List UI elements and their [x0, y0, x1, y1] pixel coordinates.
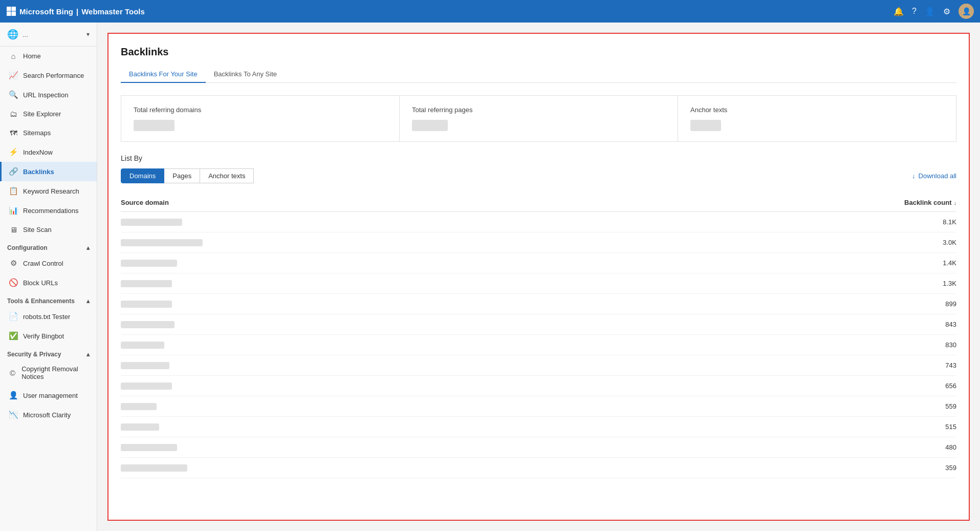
sidebar-item-keyword-research-label: Keyword Research [23, 187, 79, 195]
brand-text: Microsoft Bing [19, 7, 73, 16]
sidebar-item-recommendations[interactable]: 📊 Recommendations [0, 201, 97, 220]
avatar[interactable]: 👤 [959, 4, 974, 19]
sidebar-item-crawl-control[interactable]: ⚙ Crawl Control [0, 253, 97, 273]
row-count-cell: 515 [885, 423, 956, 431]
table-row: 1.4K [121, 253, 956, 273]
sidebar-item-block-urls-label: Block URLs [23, 279, 58, 287]
download-all-label: Download all [919, 172, 956, 180]
collapse-icon-tools[interactable]: ▴ [86, 298, 90, 305]
topbar: Microsoft Bing | Webmaster Tools 🔔 ? 👤 ⚙… [0, 0, 980, 23]
section-security: Security & Privacy ▴ [0, 346, 97, 360]
crawl-icon: ⚙ [9, 259, 18, 268]
stat-value-referring-pages [412, 120, 448, 131]
sidebar-item-block-urls[interactable]: 🚫 Block URLs [0, 273, 97, 292]
sidebar-item-microsoft-clarity[interactable]: 📉 Microsoft Clarity [0, 405, 97, 424]
row-domain-cell [121, 260, 885, 267]
account-icon[interactable]: 👤 [925, 7, 935, 16]
tab-for-site[interactable]: Backlinks For Your Site [121, 66, 206, 83]
list-by-label: List By [121, 154, 956, 162]
domain-placeholder [121, 321, 175, 328]
site-selector[interactable]: 🌐 ... ▾ [0, 23, 97, 47]
row-count-cell: 3.0K [885, 239, 956, 246]
row-count-cell: 480 [885, 443, 956, 451]
user-icon: 👤 [9, 391, 18, 400]
domain-placeholder [121, 280, 172, 287]
sidebar-item-url-inspection[interactable]: 🔍 URL Inspection [0, 85, 97, 104]
row-count-cell: 843 [885, 321, 956, 328]
sidebar-item-recommendations-label: Recommendations [23, 207, 78, 215]
trend-icon: 📈 [9, 71, 18, 80]
domain-placeholder [121, 219, 182, 226]
sidebar-item-backlinks-label: Backlinks [23, 168, 54, 176]
stat-label-anchor-texts: Anchor texts [690, 106, 944, 114]
domain-placeholder [121, 239, 203, 246]
sidebar-item-verify-bingbot[interactable]: ✅ Verify Bingbot [0, 326, 97, 346]
stats-row: Total referring domains Total referring … [121, 95, 956, 142]
sidebar-item-robots-tester[interactable]: 📄 robots.txt Tester [0, 307, 97, 326]
sidebar-item-site-explorer[interactable]: 🗂 Site Explorer [0, 104, 97, 123]
settings-icon[interactable]: ⚙ [943, 7, 950, 16]
domain-placeholder [121, 403, 157, 410]
lightning-icon: ⚡ [9, 147, 18, 157]
row-count-cell: 8.1K [885, 218, 956, 226]
list-btn-pages[interactable]: Pages [164, 168, 200, 183]
help-icon[interactable]: ? [912, 7, 917, 16]
sort-icon[interactable]: ↓ [954, 200, 957, 206]
table-row: 1.3K [121, 273, 956, 294]
sidebar-item-copyright-removal[interactable]: © Copyright Removal Notices [0, 360, 97, 386]
svg-rect-1 [12, 7, 16, 11]
sidebar-item-indexnow[interactable]: ⚡ IndexNow [0, 142, 97, 162]
row-count-cell: 656 [885, 382, 956, 390]
section-security-label: Security & Privacy [7, 351, 61, 358]
sidebar-item-search-performance-label: Search Performance [23, 72, 84, 79]
keyword-icon: 📋 [9, 186, 18, 196]
download-all-button[interactable]: ↓ Download all [912, 172, 956, 180]
row-count-cell: 1.4K [885, 259, 956, 267]
stat-value-anchor-texts [690, 120, 721, 131]
row-domain-cell [121, 383, 885, 390]
sidebar-item-home[interactable]: ⌂ Home [0, 47, 97, 66]
sidebar-item-site-scan-label: Site Scan [23, 226, 52, 233]
brand-logo: Microsoft Bing | Webmaster Tools [6, 6, 145, 16]
robots-icon: 📄 [9, 312, 18, 321]
bell-icon[interactable]: 🔔 [894, 7, 904, 16]
sidebar-item-microsoft-clarity-label: Microsoft Clarity [23, 411, 71, 419]
stat-card-referring-pages: Total referring pages [400, 96, 678, 141]
map-icon: 🗺 [9, 129, 18, 137]
table-row: 359 [121, 458, 956, 478]
domain-placeholder [121, 383, 172, 390]
list-btn-anchor-texts[interactable]: Anchor texts [200, 168, 254, 183]
sidebar-item-backlinks[interactable]: 🔗 Backlinks [0, 162, 97, 181]
section-configuration: Configuration ▴ [0, 239, 97, 253]
sidebar-item-user-management[interactable]: 👤 User management [0, 386, 97, 405]
list-btn-domains[interactable]: Domains [121, 168, 164, 183]
sidebar-item-search-performance[interactable]: 📈 Search Performance [0, 66, 97, 85]
collapse-icon-security[interactable]: ▴ [86, 351, 90, 358]
section-tools: Tools & Enhancements ▴ [0, 292, 97, 307]
sidebar-item-keyword-research[interactable]: 📋 Keyword Research [0, 181, 97, 201]
sidebar-item-sitemaps[interactable]: 🗺 Sitemaps [0, 123, 97, 142]
sidebar-item-indexnow-label: IndexNow [23, 148, 53, 156]
topbar-separator: | [76, 7, 78, 16]
table-row: 743 [121, 355, 956, 376]
stat-value-referring-domains [134, 120, 175, 131]
tab-to-any-site[interactable]: Backlinks To Any Site [206, 66, 285, 83]
stat-label-referring-domains: Total referring domains [134, 106, 387, 114]
row-domain-cell [121, 239, 885, 246]
sidebar-item-site-scan[interactable]: 🖥 Site Scan [0, 220, 97, 239]
table-row: 843 [121, 314, 956, 335]
collapse-icon-configuration[interactable]: ▴ [86, 244, 90, 251]
scan-icon: 🖥 [9, 225, 18, 234]
download-icon: ↓ [912, 172, 916, 180]
row-count-cell: 830 [885, 341, 956, 349]
verify-icon: ✅ [9, 331, 18, 341]
content-area: Backlinks Backlinks For Your Site Backli… [97, 23, 980, 531]
row-domain-cell [121, 280, 885, 287]
domain-placeholder [121, 423, 159, 431]
row-domain-cell [121, 423, 885, 431]
table-body: 8.1K3.0K1.4K1.3K899843830743656559515480… [121, 212, 956, 478]
sidebar-item-robots-tester-label: robots.txt Tester [23, 313, 70, 321]
clarity-icon: 📉 [9, 410, 18, 419]
sidebar-item-user-management-label: User management [23, 392, 78, 399]
recommendations-icon: 📊 [9, 206, 18, 215]
